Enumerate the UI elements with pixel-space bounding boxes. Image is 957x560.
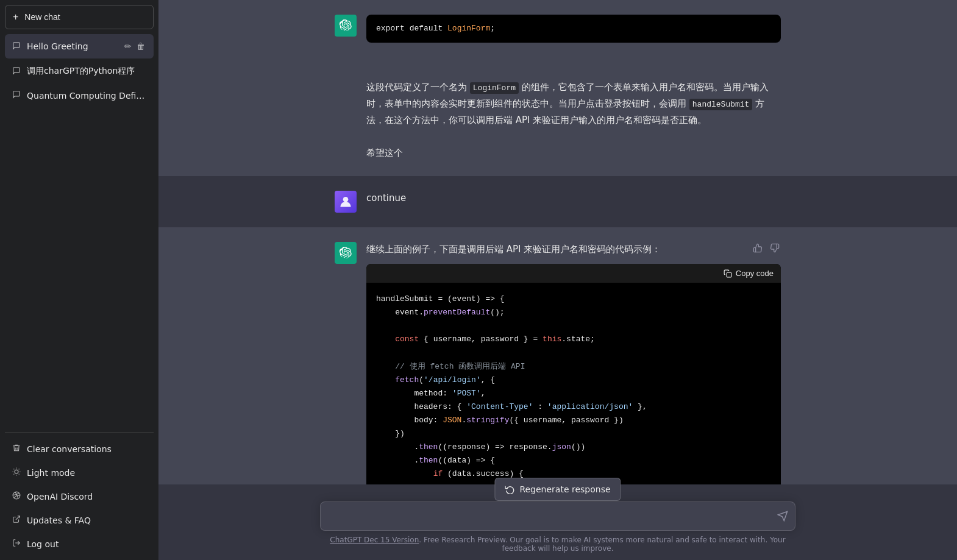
code-block-top: export default LoginForm; — [366, 15, 781, 43]
user-avatar-icon — [339, 195, 352, 208]
message-inner: export default LoginForm; — [320, 15, 795, 50]
sidebar-divider — [5, 432, 154, 433]
copy-code-button[interactable]: Copy code — [724, 269, 774, 278]
send-button[interactable] — [777, 511, 788, 522]
svg-line-7 — [13, 474, 14, 475]
message-block-code-2: 继续上面的例子，下面是调用后端 API 来验证用户名和密码的代码示例： Copy… — [158, 227, 957, 484]
message-actions — [752, 242, 781, 257]
regenerate-area: Regenerate response — [158, 484, 957, 494]
chat-item-label: Hello Greeting — [27, 41, 117, 51]
code-line: // 使用 fetch 函数调用后端 API — [376, 360, 771, 374]
sidebar-bottom-item-clear-conversations[interactable]: Clear conversations — [5, 438, 154, 460]
regenerate-label: Regenerate response — [519, 484, 610, 494]
chat-item-actions: ✏ 🗑 — [123, 40, 146, 52]
sidebar-bottom-item-light-mode[interactable]: Light mode — [5, 461, 154, 484]
sidebar-bottom-item-updates-faq[interactable]: Updates & FAQ — [5, 509, 154, 531]
code-block-content: handleSubmit = (event) => { event.preven… — [366, 283, 781, 484]
copy-code-label: Copy code — [736, 269, 774, 278]
message-block-continue: continue — [158, 176, 957, 227]
thumbs-down-icon — [770, 243, 780, 253]
sidebar-bottom-item-log-out[interactable]: Log out — [5, 533, 154, 555]
code-line: headers: { 'Content-Type' : 'application… — [376, 400, 771, 414]
svg-line-3 — [13, 469, 14, 469]
updates-faq-label: Updates & FAQ — [27, 516, 91, 525]
code-line: event.preventDefault(); — [376, 306, 771, 319]
light-mode-icon — [12, 467, 21, 478]
continue-text: continue — [366, 191, 781, 205]
message-content-code-2: 继续上面的例子，下面是调用后端 API 来验证用户名和密码的代码示例： Copy… — [366, 242, 781, 484]
code-line: const { username, password } = this.stat… — [376, 333, 771, 346]
chat-area: export default LoginForm; 这段代码定义了一个名为 Lo… — [158, 0, 957, 484]
gpt-avatar — [335, 15, 357, 37]
svg-line-4 — [19, 474, 20, 475]
footer-text: ChatGPT Dec 15 Version. Free Research Pr… — [320, 531, 795, 555]
message-inner-continue: continue — [320, 191, 795, 213]
code-line: handleSubmit = (event) => { — [376, 292, 771, 306]
svg-point-0 — [15, 470, 18, 473]
new-chat-label: New chat — [24, 12, 60, 22]
main-content: export default LoginForm; 这段代码定义了一个名为 Lo… — [158, 0, 957, 560]
chat-item-label: Quantum Computing Defini… — [27, 91, 146, 101]
code-block-header: Copy code — [366, 264, 781, 283]
assistant-prefix: 继续上面的例子，下面是调用后端 API 来验证用户名和密码的代码示例： — [366, 242, 781, 257]
input-box-wrapper — [320, 502, 795, 531]
svg-rect-13 — [727, 272, 731, 277]
message-block-chinese: 这段代码定义了一个名为 LoginForm 的组件，它包含了一个表单来输入用户名… — [158, 65, 957, 176]
chat-input[interactable] — [320, 502, 795, 531]
delete-chat-button[interactable]: 🗑 — [135, 40, 146, 52]
chat-icon — [12, 90, 21, 101]
message-content: export default LoginForm; — [366, 15, 781, 50]
svg-point-12 — [343, 197, 349, 202]
code-line: body: JSON.stringify({ username, passwor… — [376, 414, 771, 427]
chat-icon — [12, 66, 21, 77]
code-line: fetch('/api/login', { — [376, 374, 771, 387]
chat-icon — [12, 41, 21, 52]
regenerate-button[interactable]: Regenerate response — [494, 478, 621, 501]
chat-item-label: 调用charGPT的Python程序 — [27, 66, 146, 77]
sidebar-chat-item-hello-greeting[interactable]: Hello Greeting ✏ 🗑 — [5, 34, 154, 58]
thumbs-up-button[interactable] — [752, 242, 764, 257]
code-line: .then((data) => { — [376, 454, 771, 467]
chat-bubble-icon — [12, 41, 21, 50]
sidebar-bottom: Clear conversations Light mode OpenAI Di… — [5, 438, 154, 555]
send-icon — [777, 511, 788, 522]
code-line — [376, 319, 771, 333]
light-mode-label: Light mode — [27, 468, 75, 478]
chat-list: Hello Greeting ✏ 🗑 调用charGPT的Python程序 Qu… — [5, 34, 154, 427]
footer-link[interactable]: ChatGPT Dec 15 Version — [330, 536, 419, 544]
message-block-code-top: export default LoginForm; — [158, 0, 957, 65]
thumbs-down-button[interactable] — [769, 242, 781, 257]
code-block-wrapper: Copy code handleSubmit = (event) => { ev… — [366, 264, 781, 484]
code-line: method: 'POST', — [376, 387, 771, 400]
new-chat-button[interactable]: + New chat — [5, 5, 154, 29]
code-line — [376, 346, 771, 360]
code-line: .then((response) => response.json()) — [376, 441, 771, 454]
regenerate-icon — [505, 484, 514, 494]
input-area: ChatGPT Dec 15 Version. Free Research Pr… — [158, 494, 957, 560]
copy-icon — [724, 269, 732, 278]
chat-bubble-icon — [12, 90, 21, 99]
openai-discord-label: OpenAI Discord — [27, 492, 93, 502]
clear-conversations-label: Clear conversations — [27, 444, 112, 454]
code-line: }) — [376, 427, 771, 441]
plus-icon: + — [13, 12, 18, 23]
message-content-continue: continue — [366, 191, 781, 205]
sidebar: + New chat Hello Greeting ✏ 🗑 调用charGPT的… — [0, 0, 158, 560]
footer-suffix: . Free Research Preview. Our goal is to … — [419, 536, 785, 553]
log-out-label: Log out — [27, 539, 59, 549]
edit-chat-button[interactable]: ✏ — [123, 40, 133, 52]
gpt-avatar-3 — [335, 242, 357, 264]
clear-conversations-icon — [12, 444, 21, 454]
message-inner-chinese: 这段代码定义了一个名为 LoginForm 的组件，它包含了一个表单来输入用户名… — [320, 79, 795, 161]
user-avatar — [335, 191, 357, 213]
thumbs-up-icon — [753, 243, 763, 253]
log-out-icon — [12, 539, 21, 549]
gpt-logo-icon-3 — [340, 247, 352, 259]
sidebar-chat-item-charGPT-python[interactable]: 调用charGPT的Python程序 — [5, 60, 154, 83]
openai-discord-icon — [12, 491, 21, 502]
sidebar-chat-item-quantum-computing[interactable]: Quantum Computing Defini… — [5, 84, 154, 107]
gpt-logo-icon — [340, 19, 352, 32]
message-content-chinese: 这段代码定义了一个名为 LoginForm 的组件，它包含了一个表单来输入用户名… — [366, 79, 781, 161]
updates-faq-icon — [12, 515, 21, 525]
sidebar-bottom-item-openai-discord[interactable]: OpenAI Discord — [5, 485, 154, 508]
